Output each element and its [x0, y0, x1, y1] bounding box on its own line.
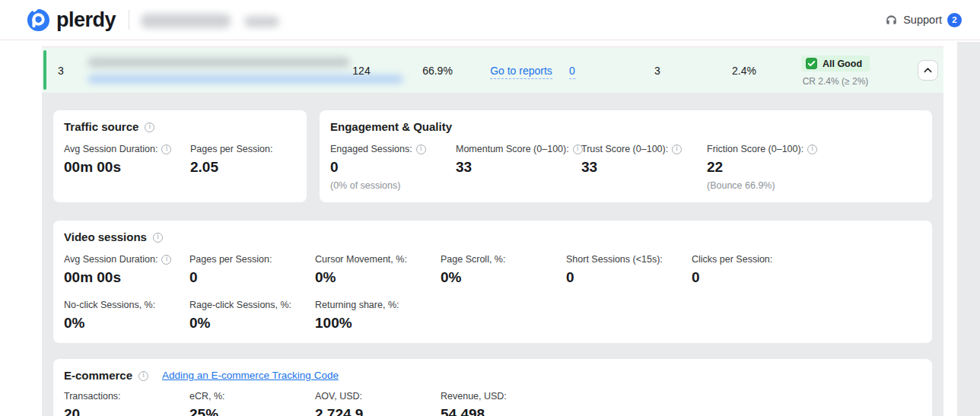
- metric-note: (0% of sessions): [330, 180, 456, 191]
- go-to-reports-link[interactable]: Go to reports: [490, 65, 552, 79]
- metric-label: Avg Session Duration:: [64, 254, 158, 265]
- metric-label: Engaged Sessions:: [330, 144, 412, 154]
- metric: Avg Session Duration: 00m 00s: [64, 144, 190, 176]
- row-cr-value: 2.4%: [732, 65, 756, 77]
- metric: Cursor Movement, %: 0%: [315, 254, 441, 286]
- metric-label: Revenue, USD:: [441, 391, 507, 402]
- row-zero-link[interactable]: 0: [569, 65, 575, 79]
- metric-label: No-click Sessions, %:: [64, 300, 155, 310]
- metric: No-click Sessions, %: 0%: [64, 300, 189, 332]
- metric: Returning share, %: 100%: [315, 300, 441, 332]
- metric-value: 0: [330, 159, 456, 176]
- metric-value: 54,498: [441, 406, 566, 416]
- metric-note: (Bounce 66.9%): [707, 180, 832, 191]
- metric-value: 0%: [189, 315, 315, 332]
- metric-value: 00m 00s: [64, 159, 190, 176]
- status-badge: All Good: [801, 56, 870, 71]
- ecommerce-card: E-commerce Adding an E-commerce Tracking…: [53, 359, 932, 416]
- info-icon[interactable]: [145, 122, 154, 132]
- metric: Short Sessions (<15s): 0: [566, 254, 692, 286]
- status-label: All Good: [822, 59, 862, 69]
- metric-value: 100%: [315, 315, 441, 332]
- logo-text[interactable]: plerdy: [56, 8, 116, 32]
- metric-label: Transactions:: [64, 391, 121, 402]
- metric: Avg Session Duration: 00m 00s: [64, 254, 189, 286]
- info-icon[interactable]: [416, 144, 426, 154]
- metric-value: 0: [566, 269, 692, 286]
- metric-value: 0%: [315, 269, 441, 286]
- metric: Engaged Sessions: 0 (0% of sessions): [330, 144, 456, 191]
- metric-label: Clicks per Session:: [692, 254, 772, 265]
- metric-value: 2,724,9: [315, 406, 441, 416]
- metric-label: Rage-click Sessions, %:: [189, 300, 291, 310]
- engagement-quality-title: Engagement & Quality: [330, 120, 452, 133]
- metric-label: AOV, USD:: [315, 391, 362, 402]
- metric: Clicks per Session: 0: [692, 254, 817, 286]
- metric: Trust Score (0–100): 33: [581, 144, 707, 191]
- engagement-quality-card: Engagement & Quality Engaged Sessions: 0…: [320, 110, 932, 202]
- metric: Momentum Score (0–100): 33: [456, 144, 581, 191]
- traffic-source-title: Traffic source: [64, 120, 138, 133]
- metric-label: Pages per Session:: [190, 144, 272, 154]
- metric-label: Returning share, %:: [315, 300, 399, 310]
- metric-value: 0%: [441, 269, 566, 286]
- metric-value: 0%: [64, 315, 189, 332]
- metric: eCR, %: 25%: [189, 391, 315, 416]
- ecommerce-tracking-code-link[interactable]: Adding an E-commerce Tracking Code: [162, 370, 339, 381]
- main-panel: 3 124 66.9% Go to reports 0 3 2.4% All G…: [42, 46, 943, 416]
- checkbox-checked-icon: [806, 58, 817, 69]
- metric: Revenue, USD: 54,498: [441, 391, 566, 416]
- metric-label: Page Scroll, %:: [441, 254, 505, 265]
- metric-value: 00m 00s: [64, 269, 189, 286]
- headset-icon: [885, 14, 898, 27]
- metric-value: 20: [64, 406, 189, 416]
- metric-value: 33: [581, 159, 707, 176]
- traffic-source-card: Traffic source Avg Session Duration: 00m…: [53, 110, 307, 202]
- row-status-bar: [43, 50, 46, 90]
- row-bounce-rate-value: 66.9%: [422, 65, 453, 77]
- metric-value: 25%: [189, 406, 315, 416]
- info-icon[interactable]: [153, 233, 163, 243]
- video-sessions-card: Video sessions Avg Session Duration: 00m…: [53, 221, 932, 343]
- status-note: CR 2.4% (≥ 2%): [778, 76, 892, 87]
- metric-label: Trust Score (0–100):: [581, 144, 668, 154]
- support-count-badge[interactable]: 2: [947, 13, 962, 27]
- metric: Rage-click Sessions, %: 0%: [189, 300, 315, 332]
- row-count-value: 3: [654, 65, 660, 77]
- header-divider: [129, 10, 129, 30]
- metric-value: 0: [692, 269, 817, 286]
- metric-label: Avg Session Duration:: [64, 144, 158, 154]
- metric-value: 0: [189, 269, 315, 286]
- collapse-row-button[interactable]: [918, 60, 938, 81]
- row-status-block: All Good CR 2.4% (≥ 2%): [778, 56, 892, 87]
- row-index: 3: [58, 65, 64, 77]
- app-header: plerdy Support 2: [0, 0, 980, 40]
- info-icon[interactable]: [161, 144, 171, 154]
- metric: Pages per Session: 0: [189, 254, 315, 286]
- chevron-up-icon: [924, 66, 932, 75]
- metric-value: 33: [456, 159, 581, 176]
- metric: Page Scroll, %: 0%: [441, 254, 566, 286]
- info-icon[interactable]: [161, 255, 171, 265]
- info-icon[interactable]: [807, 144, 817, 154]
- support-button[interactable]: Support 2: [885, 13, 962, 27]
- ecommerce-title: E-commerce: [64, 369, 132, 382]
- metric-label: Short Sessions (<15s):: [566, 254, 663, 265]
- metric-label: Friction Score (0–100):: [707, 144, 803, 154]
- metric-value: 2.05: [190, 159, 317, 176]
- details-container: Traffic source Avg Session Duration: 00m…: [42, 93, 943, 416]
- metric-value: 22: [707, 159, 832, 176]
- metric-label: Cursor Movement, %:: [315, 254, 407, 265]
- video-sessions-title: Video sessions: [64, 230, 147, 243]
- info-icon[interactable]: [672, 144, 682, 154]
- metric-label: Momentum Score (0–100):: [456, 144, 569, 154]
- summary-row: 3 124 66.9% Go to reports 0 3 2.4% All G…: [42, 46, 943, 93]
- redacted-project-suffix: [244, 16, 279, 27]
- metric-label: Pages per Session:: [189, 254, 272, 265]
- metric: Pages per Session: 2.05: [190, 144, 317, 176]
- metric-label: eCR, %:: [189, 391, 225, 402]
- info-icon[interactable]: [138, 371, 148, 381]
- metric: AOV, USD: 2,724,9: [315, 391, 441, 416]
- plerdy-logo-icon[interactable]: [27, 8, 50, 32]
- metric: Transactions: 20: [64, 391, 189, 416]
